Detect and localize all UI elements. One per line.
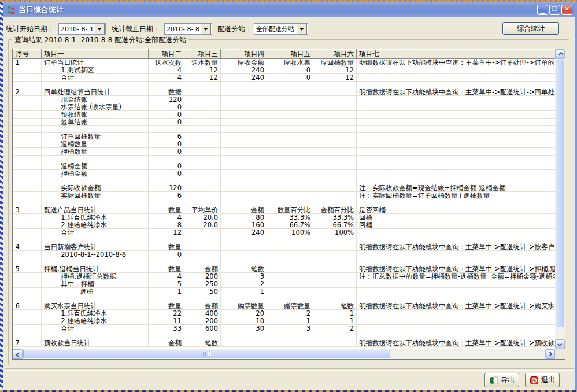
table-cell: 6 bbox=[149, 133, 184, 140]
start-date-combobox[interactable]: 2010- 8- 1 bbox=[58, 23, 106, 35]
table-cell: 1 bbox=[313, 317, 357, 325]
table-cell: 预收结账 bbox=[42, 111, 149, 119]
export-button[interactable]: X 导出 bbox=[484, 373, 519, 387]
table-cell bbox=[42, 82, 149, 88]
table-cell: 应收水票 bbox=[267, 59, 313, 66]
close-button[interactable]: ✕ bbox=[561, 5, 572, 15]
table-cell: 金额 bbox=[184, 302, 221, 310]
table-row[interactable] bbox=[13, 258, 556, 265]
table-row[interactable]: 2010-8-1--2010-8-80 bbox=[13, 251, 556, 258]
table-cell: 1.乐百氏纯净水 bbox=[42, 214, 149, 221]
table-row[interactable]: 合计336003032 bbox=[13, 325, 556, 332]
table-cell bbox=[13, 119, 42, 126]
horizontal-scroll-thumb[interactable] bbox=[23, 350, 390, 358]
table-row[interactable]: 3配送产品当日统计数量平均单价金额数量百分比金额百分比是否回桶 bbox=[13, 206, 556, 214]
table-cell: 2 bbox=[267, 310, 313, 317]
table-row[interactable]: 实际收款金额120注：实际收款金额=现金结账+押桶金额-退桶金额 bbox=[13, 184, 556, 192]
scroll-down-button[interactable] bbox=[555, 339, 565, 349]
table-cell: 3 bbox=[267, 325, 313, 332]
scroll-left-button[interactable] bbox=[13, 349, 23, 359]
table-row[interactable]: 退桶1501 bbox=[13, 288, 556, 295]
table-cell: 0 bbox=[149, 251, 184, 258]
station-combobox[interactable]: 全部配送分站 bbox=[254, 23, 308, 35]
scroll-right-button[interactable] bbox=[545, 349, 555, 359]
table-row[interactable]: 合计412240012 bbox=[13, 74, 556, 82]
table-cell: 2 bbox=[313, 325, 357, 332]
table-row[interactable]: 合计12240100%100% bbox=[13, 229, 556, 236]
table-cell: 押桶数量 bbox=[42, 148, 149, 156]
table-row[interactable]: 签单结账0 bbox=[13, 119, 556, 126]
table-row[interactable]: 现金结账120 bbox=[13, 96, 556, 103]
table-cell bbox=[357, 332, 556, 339]
table-cell: 10 bbox=[221, 317, 267, 325]
table-cell bbox=[13, 162, 42, 170]
table-row[interactable] bbox=[13, 82, 556, 88]
table-cell: 明细数据请在以下功能模块中查询：主菜单中->配送统计->押桶,退 bbox=[357, 265, 556, 273]
table-row[interactable]: 退桶金额0 bbox=[13, 162, 556, 170]
query-result-title: 查询结果 2010-8-1--2010-8-8 配送分站:全部配送分站 bbox=[12, 35, 188, 45]
table-row[interactable]: 1.测试新区412240012 bbox=[13, 66, 556, 74]
table-cell bbox=[313, 148, 357, 156]
table-row[interactable]: 1订单当日统计送水次数送水数量应收金额应收水票应回桶数量明细数据请在以下功能模块… bbox=[13, 59, 556, 66]
table-row[interactable]: 订单回桶数量6 bbox=[13, 133, 556, 140]
maximize-button[interactable]: ❐ bbox=[549, 5, 560, 15]
table-row[interactable] bbox=[13, 156, 556, 162]
table-cell bbox=[184, 162, 221, 170]
table-row[interactable]: 2.娃哈哈纯净水820.016066.7%66.7%回桶 bbox=[13, 221, 556, 229]
table-row[interactable]: 押桶金额0 bbox=[13, 170, 556, 177]
scroll-up-button[interactable] bbox=[555, 49, 565, 59]
vertical-scrollbar[interactable] bbox=[555, 49, 565, 349]
station-dropdown-icon[interactable] bbox=[297, 24, 307, 34]
table-row[interactable] bbox=[13, 177, 556, 184]
table-row[interactable]: 押桶,退桶汇总数据42003注：汇总数据中的数量=押桶数量-退桶数量 金额=押桶… bbox=[13, 273, 556, 280]
table-row[interactable]: 退桶数量0 bbox=[13, 140, 556, 148]
title-bar[interactable]: 当日综合统计 ▁ ❐ ✕ bbox=[3, 2, 575, 17]
table-row[interactable] bbox=[13, 295, 556, 302]
minimize-button[interactable]: ▁ bbox=[537, 5, 548, 15]
table-cell bbox=[357, 126, 556, 133]
start-date-dropdown-icon[interactable] bbox=[94, 24, 105, 34]
table-cell: 5 bbox=[149, 280, 184, 288]
comprehensive-stats-button[interactable]: 综合统计 bbox=[502, 22, 559, 35]
table-cell: 8 bbox=[149, 221, 184, 229]
table-cell bbox=[267, 258, 313, 265]
table-cell bbox=[184, 332, 221, 339]
table-row[interactable]: 押桶数量0 bbox=[13, 148, 556, 156]
table-cell bbox=[267, 96, 313, 103]
end-date-dropdown-icon[interactable] bbox=[201, 24, 211, 34]
table-row[interactable] bbox=[13, 332, 556, 339]
table-cell bbox=[221, 133, 267, 140]
table-row[interactable]: 5押桶,退桶当日统计数量金额笔数明细数据请在以下功能模块中查询：主菜单中->配送… bbox=[13, 265, 556, 273]
table-cell: 实际回桶数量 bbox=[42, 192, 149, 199]
table-cell bbox=[221, 162, 267, 170]
table-row[interactable]: 水票结账 (收水票量)0 bbox=[13, 103, 556, 111]
table-row[interactable]: 6购买水票当日统计数量金额购票数量赠票数量笔数明细数据请在以下功能模块中查询：主… bbox=[13, 302, 556, 310]
table-row[interactable]: 其中：押桶52502 bbox=[13, 280, 556, 288]
table-cell: 购买水票当日统计 bbox=[42, 302, 149, 310]
table-row[interactable]: 1.乐百氏纯净水224002021 bbox=[13, 310, 556, 317]
table-row[interactable]: 4当日新增客户统计数量明细数据请在以下功能模块中查询：主菜单中->配送统计->按… bbox=[13, 243, 556, 251]
table-row[interactable]: 2回单处理结算当日统计数据明细数据请在以下功能模块中查询：主菜单中->配送统计-… bbox=[13, 88, 556, 96]
horizontal-scrollbar[interactable] bbox=[13, 349, 555, 359]
table-cell bbox=[13, 156, 42, 162]
table-row[interactable]: 预收结账0 bbox=[13, 111, 556, 119]
table-cell bbox=[184, 170, 221, 177]
exit-button[interactable]: 退出 bbox=[525, 373, 560, 387]
table-row[interactable] bbox=[13, 126, 556, 133]
table-cell: 购票数量 bbox=[221, 302, 267, 310]
end-date-combobox[interactable]: 2010- 8- 8 bbox=[164, 23, 212, 35]
table-row[interactable]: 1.乐百氏纯净水420.08033.3%33.3%回桶 bbox=[13, 214, 556, 221]
table-cell: 明细数据请在以下功能模块中查询：主菜单中->配送统计->回单处 bbox=[357, 88, 556, 96]
table-row[interactable] bbox=[13, 236, 556, 243]
table-cell: 33.3% bbox=[267, 214, 313, 221]
vertical-scroll-thumb[interactable] bbox=[556, 60, 564, 327]
table-row[interactable]: 2.娃哈哈纯净水112001011 bbox=[13, 317, 556, 325]
table-cell: 退桶金额 bbox=[42, 162, 149, 170]
table-row[interactable]: 实际回桶数量6注：实际回桶数量=订单回桶数量+退桶数量 bbox=[13, 192, 556, 199]
table-row[interactable]: 7预收款当日统计金额笔数明细数据请在以下功能模块中查询：主菜单中->配送统计->… bbox=[13, 339, 556, 347]
table-cell: 0 bbox=[149, 119, 184, 126]
table-cell: 1.测试新区 bbox=[42, 66, 149, 74]
table-cell bbox=[221, 111, 267, 119]
table-row[interactable] bbox=[13, 199, 556, 206]
table-cell: 2.娃哈哈纯净水 bbox=[42, 221, 149, 229]
